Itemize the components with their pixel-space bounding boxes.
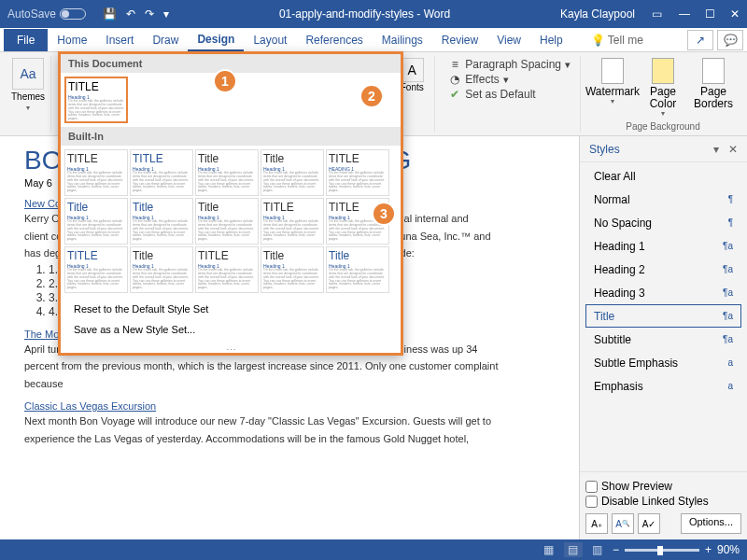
- read-mode-icon[interactable]: ▦: [540, 542, 558, 557]
- user-name[interactable]: Kayla Claypool: [560, 7, 635, 21]
- dropdown-resize-icon[interactable]: ⋯: [61, 340, 401, 351]
- close-button[interactable]: ✕: [730, 7, 740, 21]
- autosave-toggle[interactable]: AutoSave: [7, 7, 86, 21]
- show-preview-checkbox[interactable]: Show Preview: [585, 480, 741, 493]
- undo-icon[interactable]: ↶: [126, 7, 135, 21]
- page-color-button[interactable]: Page Color▾: [639, 56, 687, 119]
- comments-button[interactable]: 💬: [717, 30, 743, 50]
- titlebar: AutoSave 💾 ↶ ↷ ▾ 01-apply-and-modify-sty…: [0, 0, 747, 28]
- style-item[interactable]: Clear All: [585, 164, 741, 188]
- new-style-button[interactable]: A₊: [585, 513, 608, 534]
- tab-layout[interactable]: Layout: [244, 30, 296, 50]
- themes-button[interactable]: Themes ▾: [9, 56, 47, 114]
- doc-heading-3: Classic Las Vegas Excursion: [24, 400, 562, 412]
- style-item[interactable]: No Spacing¶: [585, 211, 741, 234]
- style-set-thumb[interactable]: TITLEHeading 1On the Insert tab, the gal…: [64, 246, 128, 293]
- style-item[interactable]: Normal¶: [585, 188, 741, 211]
- reset-style-set[interactable]: Reset to the Default Style Set: [61, 299, 401, 319]
- ribbon-options-icon[interactable]: ▭: [652, 7, 662, 21]
- document-title: 01-apply-and-modify-styles - Word: [176, 7, 553, 21]
- tab-file[interactable]: File: [4, 29, 48, 51]
- zoom-out-icon[interactable]: −: [613, 543, 619, 556]
- page-borders-button[interactable]: Page Borders: [689, 56, 738, 119]
- save-style-set[interactable]: Save as a New Style Set...: [61, 319, 401, 340]
- style-set-thumb[interactable]: TitleHeading 1On the Insert tab, the gal…: [130, 198, 193, 245]
- tab-mailings[interactable]: Mailings: [373, 30, 432, 50]
- ribbon-tabs: File Home Insert Draw Design Layout Refe…: [0, 28, 747, 52]
- tab-home[interactable]: Home: [48, 30, 96, 50]
- tab-review[interactable]: Review: [432, 30, 487, 50]
- redo-icon[interactable]: ↷: [145, 7, 154, 21]
- tell-me[interactable]: 💡 Tell me: [582, 30, 653, 50]
- style-set-thumb[interactable]: TitleHeading 1On the Insert tab, the gal…: [195, 149, 259, 196]
- style-set-thumb[interactable]: TitleHeading 1On the Insert tab, the gal…: [261, 149, 324, 196]
- style-item[interactable]: Heading 1¶a: [585, 234, 741, 258]
- save-icon[interactable]: 💾: [103, 7, 117, 21]
- web-layout-icon[interactable]: ▥: [588, 542, 607, 557]
- style-set-dropdown: This Document TITLEHeading 1On the Inser…: [58, 51, 403, 356]
- style-set-thumb[interactable]: TITLEHeading 1On the Insert tab, the gal…: [195, 246, 259, 293]
- style-item[interactable]: Heading 2¶a: [585, 258, 741, 281]
- style-set-thumb[interactable]: TitleHeading 1On the Insert tab, the gal…: [64, 198, 128, 245]
- pane-dropdown-icon[interactable]: ▾: [713, 143, 719, 156]
- watermark-button[interactable]: Watermark▾: [588, 56, 637, 119]
- zoom-level[interactable]: 90%: [717, 543, 740, 556]
- qat-more-icon[interactable]: ▾: [163, 7, 169, 21]
- styles-options-button[interactable]: Options...: [681, 513, 741, 534]
- style-set-thumb[interactable]: TitleHeading 1On the Insert tab, the gal…: [261, 246, 324, 293]
- share-button[interactable]: ↗: [687, 30, 713, 50]
- tab-draw[interactable]: Draw: [143, 30, 188, 50]
- style-set-thumb[interactable]: TitleHeading 1On the Insert tab, the gal…: [326, 246, 389, 293]
- tab-view[interactable]: View: [487, 30, 530, 50]
- set-default-button[interactable]: ✔Set as Default: [448, 88, 571, 101]
- statusbar: ▦ ▤ ▥ − + 90%: [0, 539, 747, 560]
- callout-badge-1: 1: [213, 69, 237, 93]
- style-set-thumb[interactable]: TITLEHeading 1On the Insert tab, the gal…: [130, 149, 193, 196]
- styles-pane-title: Styles: [589, 143, 620, 156]
- effects-button[interactable]: ◔Effects ▾: [448, 73, 571, 86]
- style-inspector-button[interactable]: A🔍: [612, 513, 634, 534]
- style-set-thumb[interactable]: TitleHeading 1On the Insert tab, the gal…: [195, 198, 259, 245]
- pane-close-icon[interactable]: ✕: [728, 143, 738, 156]
- tab-design[interactable]: Design: [188, 29, 244, 51]
- style-set-thumb[interactable]: TITLEHeading 1On the Insert tab, the gal…: [64, 149, 128, 196]
- maximize-button[interactable]: ☐: [705, 7, 715, 21]
- manage-styles-button[interactable]: A✓: [638, 513, 660, 534]
- style-item[interactable]: Heading 3¶a: [585, 281, 741, 304]
- tab-insert[interactable]: Insert: [96, 30, 143, 50]
- zoom-in-icon[interactable]: +: [705, 543, 712, 556]
- tab-help[interactable]: Help: [530, 30, 572, 50]
- zoom-slider[interactable]: [625, 549, 699, 552]
- paragraph-spacing-button[interactable]: ≡Paragraph Spacing ▾: [448, 58, 571, 71]
- callout-badge-2: 2: [359, 84, 384, 108]
- tab-references[interactable]: References: [296, 30, 372, 50]
- style-set-thumb[interactable]: TITLEHeading 1On the Insert tab, the gal…: [261, 198, 324, 245]
- print-layout-icon[interactable]: ▤: [564, 542, 583, 557]
- quick-access-toolbar: 💾 ↶ ↷ ▾: [103, 7, 169, 21]
- minimize-button[interactable]: —: [679, 7, 690, 21]
- callout-badge-3: 3: [372, 202, 396, 226]
- style-set-thumb[interactable]: TITLEHeading 1On the Insert tab, the gal…: [64, 77, 128, 123]
- style-item[interactable]: Subtitle¶a: [585, 328, 741, 351]
- style-item[interactable]: Emphasisa: [585, 374, 741, 398]
- style-set-thumb[interactable]: TITLEHEADING 1On the Insert tab, the gal…: [326, 149, 389, 196]
- style-item[interactable]: Title¶a: [585, 304, 741, 328]
- disable-linked-checkbox[interactable]: Disable Linked Styles: [585, 495, 741, 508]
- styles-pane: Styles ▾✕ Clear AllNormal¶No Spacing¶Hea…: [579, 136, 747, 539]
- style-set-thumb[interactable]: TitleHeading 1On the Insert tab, the gal…: [130, 246, 193, 293]
- style-item[interactable]: Subtle Emphasisa: [585, 351, 741, 374]
